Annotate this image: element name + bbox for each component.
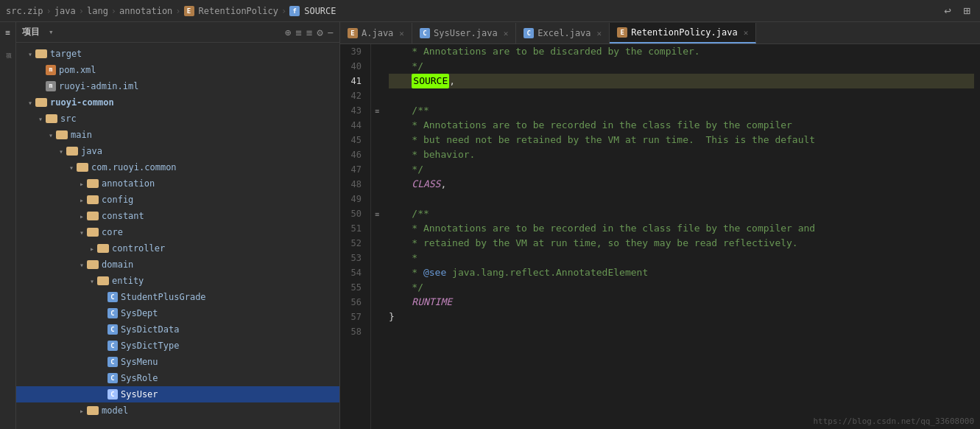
tree-item-constant[interactable]: constant: [16, 208, 339, 224]
code-line-52: * retained by the VM at run time, so the…: [389, 236, 974, 251]
sidebar-dropdown-icon[interactable]: ▾: [49, 27, 54, 37]
folder-icon-com: [77, 163, 88, 172]
tree-item-sysuser[interactable]: C SysUser: [16, 386, 339, 402]
tree-item-studentplusgrade[interactable]: C StudentPlusGrade: [16, 289, 339, 305]
tree-arrow-src: [35, 115, 46, 123]
navigate-back-button[interactable]: ↩: [940, 4, 955, 18]
top-bar-right: ↩ ⊞: [940, 4, 974, 18]
tree-item-com-ruoyi-common[interactable]: com.ruoyi.common: [16, 159, 339, 175]
navigate-forward-button[interactable]: ⊞: [959, 4, 974, 18]
tab-icon-retention: E: [617, 27, 627, 38]
sync-button[interactable]: ⊕: [285, 27, 291, 38]
tab-icon-a: E: [348, 28, 358, 38]
gutter-43[interactable]: ≡: [371, 103, 383, 118]
code-line-54: * @see java.lang.reflect.AnnotatedElemen…: [389, 265, 974, 280]
tree-item-sysdicttype[interactable]: C SysDictType: [16, 338, 339, 354]
tree-arrow-config: [77, 196, 87, 204]
tab-close-sysuser[interactable]: ✕: [504, 29, 509, 38]
gutter-57: [371, 310, 383, 324]
top-bar: src.zip › java › lang › annotation › E R…: [0, 0, 980, 22]
tree-item-domain[interactable]: domain: [16, 257, 339, 273]
code-line-48: CLASS,: [389, 177, 974, 192]
tree-item-target[interactable]: target: [16, 46, 339, 62]
tab-retentionpolicy[interactable]: E RetentionPolicy.java ✕: [610, 23, 756, 43]
gutter-58: [371, 324, 383, 339]
class-icon-sysdictdata: C: [107, 324, 118, 335]
tab-close-excel[interactable]: ✕: [597, 29, 602, 38]
sidebar-tree[interactable]: target m pom.xml m ruoyi-admin.iml: [16, 43, 339, 429]
folder-icon-config: [87, 195, 99, 204]
gutter-48: [371, 177, 383, 192]
tree-arrow-model: [77, 407, 87, 415]
code-line-45: * but need not be retained by the VM at …: [389, 133, 974, 147]
close-sidebar-button[interactable]: −: [328, 27, 334, 38]
code-content[interactable]: * Annotations are to be discarded by the…: [383, 44, 980, 429]
watermark: https://blog.csdn.net/qq_33608000: [813, 416, 974, 426]
tree-item-entity[interactable]: entity: [16, 273, 339, 289]
code-line-42: [389, 88, 974, 103]
settings-button[interactable]: ⚙: [317, 27, 322, 38]
tree-item-pomxml[interactable]: m pom.xml: [16, 62, 339, 78]
tree-item-sysmenu[interactable]: C SysMenu: [16, 354, 339, 370]
line-num-53: 53: [340, 251, 364, 265]
tab-close-a[interactable]: ✕: [399, 29, 404, 38]
tree-arrow-com: [66, 164, 77, 172]
tree-item-controller[interactable]: controller: [16, 240, 339, 257]
tree-arrow-core: [77, 229, 87, 237]
tree-item-ruoyi-common[interactable]: ruoyi-common: [16, 94, 339, 111]
tree-item-java[interactable]: java: [16, 143, 339, 159]
class-icon-sysdept: C: [107, 308, 118, 318]
line-num-43: 43: [340, 103, 364, 118]
breadcrumb-srczip[interactable]: src.zip: [6, 6, 43, 16]
line-num-45: 45: [340, 133, 364, 147]
gutter-51: [371, 221, 383, 236]
tab-excel[interactable]: C Excel.java ✕: [516, 23, 610, 43]
code-line-46: * behavior.: [389, 147, 974, 162]
expand-all-button[interactable]: ≡: [306, 27, 312, 38]
line-num-42: 42: [340, 88, 364, 103]
gutter-50[interactable]: ≡: [371, 206, 383, 221]
breadcrumb-annotation[interactable]: annotation: [119, 6, 172, 16]
tab-close-retention[interactable]: ✕: [744, 28, 749, 38]
left-toolbar: ≡ 项目: [0, 22, 16, 429]
breadcrumb-retentionpolicy[interactable]: RetentionPolicy: [199, 6, 278, 16]
tree-item-config[interactable]: config: [16, 192, 339, 208]
breadcrumb-lang[interactable]: lang: [87, 6, 108, 16]
tree-item-model[interactable]: model: [16, 402, 339, 419]
project-tool-button[interactable]: ≡: [5, 28, 10, 38]
collapse-all-button[interactable]: ≡: [295, 27, 301, 38]
tree-item-annotation[interactable]: annotation: [16, 175, 339, 192]
tab-ajava[interactable]: E A.java ✕: [340, 23, 412, 43]
tree-item-sysdictdata[interactable]: C SysDictData: [16, 321, 339, 338]
breadcrumb-java[interactable]: java: [54, 6, 76, 16]
code-line-47: */: [389, 162, 974, 177]
line-num-46: 46: [340, 147, 364, 162]
tree-item-main[interactable]: main: [16, 127, 339, 143]
gutter-54: [371, 265, 383, 280]
tree-item-adminiml[interactable]: m ruoyi-admin.iml: [16, 78, 339, 94]
gutter-52: [371, 236, 383, 251]
tab-icon-sysuser: C: [420, 28, 430, 38]
tree-item-src[interactable]: src: [16, 111, 339, 127]
tree-item-sysdept[interactable]: C SysDept: [16, 305, 339, 321]
code-line-50: /**: [389, 206, 974, 221]
line-num-41: 41: [340, 74, 364, 88]
iml-icon: m: [46, 81, 56, 91]
editor-area: E A.java ✕ C SysUser.java ✕ C Excel.java…: [340, 22, 980, 429]
class-icon-student: C: [107, 292, 118, 302]
tree-item-core[interactable]: core: [16, 224, 339, 240]
code-editor[interactable]: 39 40 41 42 43 44 45 46 47 48 49 50 51 5…: [340, 44, 980, 429]
code-line-55: */: [389, 280, 974, 295]
gutter-45: [371, 133, 383, 147]
tree-item-sysrole[interactable]: C SysRole: [16, 370, 339, 386]
breadcrumb-source[interactable]: SOURCE: [304, 6, 336, 16]
line-num-52: 52: [340, 236, 364, 251]
gutter-55: [371, 280, 383, 295]
line-num-57: 57: [340, 310, 364, 324]
folder-icon-core: [87, 228, 99, 237]
line-num-50: 50: [340, 206, 364, 221]
tab-bar: E A.java ✕ C SysUser.java ✕ C Excel.java…: [340, 22, 980, 44]
tab-sysuser[interactable]: C SysUser.java ✕: [412, 23, 516, 43]
sidebar-title: 项目: [22, 26, 40, 38]
tree-arrow-common: [25, 99, 35, 107]
